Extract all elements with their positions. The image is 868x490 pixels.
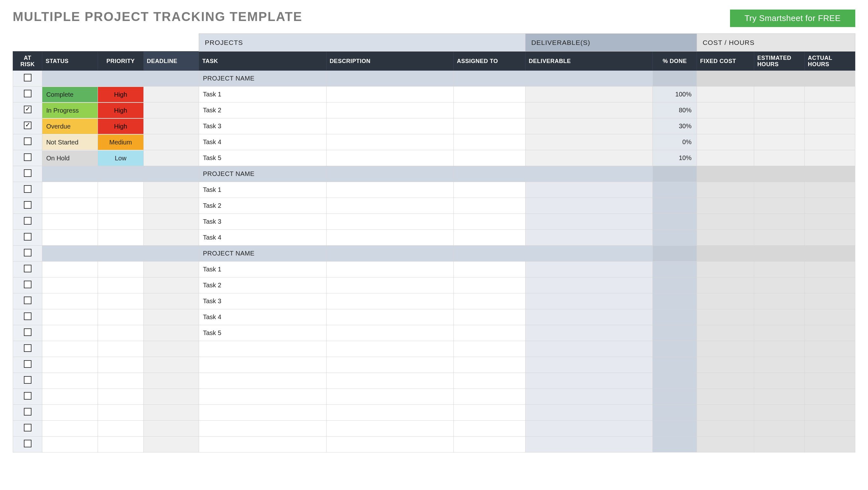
assigned-cell[interactable]	[454, 293, 526, 309]
task-cell[interactable]	[199, 357, 326, 373]
status-cell[interactable]: Not Started	[42, 134, 98, 150]
pct-done-cell[interactable]	[653, 421, 697, 436]
fixed-cost-cell[interactable]	[696, 325, 754, 341]
description-cell[interactable]	[326, 118, 454, 134]
status-cell[interactable]	[42, 214, 98, 230]
deadline-cell[interactable]	[144, 293, 199, 309]
deadline-cell[interactable]	[144, 421, 199, 436]
priority-cell[interactable]: High	[98, 118, 144, 134]
task-cell[interactable]: Task 2	[199, 198, 326, 214]
est-hours-cell[interactable]	[754, 214, 804, 230]
description-cell[interactable]	[326, 421, 454, 436]
pct-done-cell[interactable]: 0%	[653, 134, 697, 150]
task-cell[interactable]: Task 4	[199, 309, 326, 325]
priority-cell[interactable]	[98, 389, 144, 405]
deliverable-cell[interactable]	[525, 405, 652, 421]
status-cell[interactable]	[42, 436, 98, 453]
status-cell[interactable]	[42, 198, 98, 214]
deliverable-cell[interactable]	[525, 389, 652, 405]
priority-cell[interactable]	[98, 373, 144, 389]
status-cell[interactable]	[42, 357, 98, 373]
at-risk-checkbox[interactable]	[24, 376, 31, 384]
fixed-cost-cell[interactable]	[696, 103, 754, 118]
task-cell[interactable]: Task 4	[199, 134, 326, 150]
pct-done-cell[interactable]	[653, 230, 697, 246]
actual-hours-cell[interactable]	[804, 182, 855, 198]
at-risk-checkbox[interactable]	[24, 408, 31, 415]
priority-cell[interactable]	[98, 246, 144, 262]
pct-done-cell[interactable]	[653, 373, 697, 389]
deadline-cell[interactable]	[144, 278, 199, 293]
priority-cell[interactable]	[98, 70, 144, 87]
est-hours-cell[interactable]	[754, 262, 804, 278]
description-cell[interactable]	[326, 293, 454, 309]
task-cell[interactable]: Task 3	[199, 293, 326, 309]
actual-hours-cell[interactable]	[804, 134, 855, 150]
pct-done-cell[interactable]	[653, 166, 697, 182]
est-hours-cell[interactable]	[754, 421, 804, 436]
deliverable-cell[interactable]	[525, 436, 652, 453]
status-cell[interactable]	[42, 373, 98, 389]
at-risk-checkbox[interactable]	[24, 249, 31, 256]
deadline-cell[interactable]	[144, 405, 199, 421]
actual-hours-cell[interactable]	[804, 214, 855, 230]
assigned-cell[interactable]	[454, 214, 526, 230]
pct-done-cell[interactable]	[653, 182, 697, 198]
pct-done-cell[interactable]	[653, 246, 697, 262]
deliverable-cell[interactable]	[525, 309, 652, 325]
actual-hours-cell[interactable]	[804, 341, 855, 357]
status-cell[interactable]: In Progress	[42, 103, 98, 118]
est-hours-cell[interactable]	[754, 436, 804, 453]
fixed-cost-cell[interactable]	[696, 278, 754, 293]
pct-done-cell[interactable]	[653, 278, 697, 293]
est-hours-cell[interactable]	[754, 182, 804, 198]
description-cell[interactable]	[326, 405, 454, 421]
task-cell[interactable]: Task 3	[199, 118, 326, 134]
actual-hours-cell[interactable]	[804, 118, 855, 134]
deadline-cell[interactable]	[144, 341, 199, 357]
priority-cell[interactable]	[98, 230, 144, 246]
deadline-cell[interactable]	[144, 436, 199, 453]
deliverable-cell[interactable]	[525, 214, 652, 230]
description-cell[interactable]	[326, 230, 454, 246]
at-risk-checkbox[interactable]	[24, 265, 31, 272]
task-cell[interactable]	[199, 373, 326, 389]
assigned-cell[interactable]	[454, 436, 526, 453]
at-risk-checkbox[interactable]	[24, 296, 31, 304]
description-cell[interactable]	[326, 373, 454, 389]
deliverable-cell[interactable]	[525, 421, 652, 436]
assigned-cell[interactable]	[454, 278, 526, 293]
priority-cell[interactable]	[98, 436, 144, 453]
deliverable-cell[interactable]	[525, 262, 652, 278]
priority-cell[interactable]	[98, 309, 144, 325]
task-cell[interactable]	[199, 436, 326, 453]
fixed-cost-cell[interactable]	[696, 246, 754, 262]
deliverable-cell[interactable]	[525, 103, 652, 118]
fixed-cost-cell[interactable]	[696, 421, 754, 436]
fixed-cost-cell[interactable]	[696, 405, 754, 421]
fixed-cost-cell[interactable]	[696, 373, 754, 389]
fixed-cost-cell[interactable]	[696, 87, 754, 103]
task-cell[interactable]	[199, 405, 326, 421]
priority-cell[interactable]	[98, 421, 144, 436]
status-cell[interactable]: Complete	[42, 87, 98, 103]
deliverable-cell[interactable]	[525, 325, 652, 341]
assigned-cell[interactable]	[454, 198, 526, 214]
assigned-cell[interactable]	[454, 134, 526, 150]
at-risk-checkbox[interactable]	[24, 392, 31, 400]
deliverable-cell[interactable]	[525, 246, 652, 262]
pct-done-cell[interactable]	[653, 70, 697, 87]
assigned-cell[interactable]	[454, 118, 526, 134]
est-hours-cell[interactable]	[754, 357, 804, 373]
deadline-cell[interactable]	[144, 87, 199, 103]
est-hours-cell[interactable]	[754, 325, 804, 341]
actual-hours-cell[interactable]	[804, 436, 855, 453]
task-cell[interactable]	[199, 389, 326, 405]
est-hours-cell[interactable]	[754, 150, 804, 166]
at-risk-checkbox[interactable]	[24, 233, 31, 240]
description-cell[interactable]	[326, 198, 454, 214]
assigned-cell[interactable]	[454, 405, 526, 421]
status-cell[interactable]	[42, 325, 98, 341]
pct-done-cell[interactable]: 80%	[653, 103, 697, 118]
priority-cell[interactable]	[98, 278, 144, 293]
